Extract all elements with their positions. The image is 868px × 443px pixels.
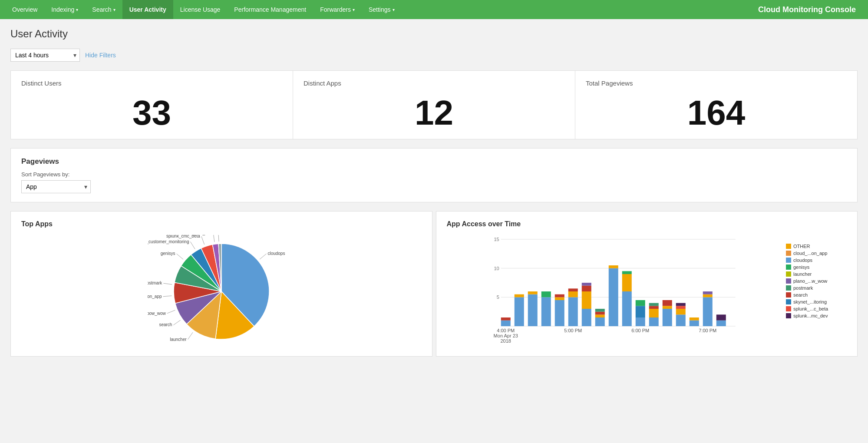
svg-text:15: 15 — [494, 237, 499, 242]
top-apps-title: Top Apps — [21, 220, 422, 228]
legend-item: skynet_...itoring — [786, 299, 847, 304]
svg-rect-75 — [716, 321, 726, 326]
svg-text:cloudops: cloudops — [267, 251, 285, 256]
time-filter-select[interactable]: Last 4 hours Last 24 hours Last 7 days L… — [10, 49, 80, 62]
svg-rect-56 — [635, 317, 645, 326]
svg-line-16 — [201, 236, 205, 245]
svg-rect-57 — [635, 306, 645, 317]
svg-rect-58 — [635, 300, 645, 306]
filter-bar: Last 4 hours Last 24 hours Last 7 days L… — [10, 49, 858, 62]
distinct-users-value: 33 — [21, 96, 282, 130]
svg-rect-63 — [662, 309, 672, 326]
svg-line-6 — [167, 310, 175, 313]
stat-card-distinct-apps: Distinct Apps 12 — [293, 71, 575, 139]
svg-rect-65 — [662, 300, 672, 306]
svg-rect-73 — [703, 294, 712, 298]
distinct-apps-label: Distinct Apps — [304, 79, 564, 87]
hide-filters-link[interactable]: Hide Filters — [85, 52, 116, 59]
svg-text:launcher: launcher — [170, 337, 187, 342]
svg-rect-41 — [568, 291, 578, 297]
stat-card-total-pageviews: Total Pageviews 164 — [575, 71, 857, 139]
svg-text:5:00 PM: 5:00 PM — [564, 328, 582, 333]
nav-item-settings[interactable]: Settings ▾ — [362, 0, 402, 19]
nav-item-search[interactable]: Search ▾ — [85, 0, 122, 19]
distinct-users-label: Distinct Users — [21, 79, 282, 87]
svg-text:5: 5 — [496, 294, 499, 300]
legend-item: splunk_...c_beta — [786, 306, 847, 311]
total-pageviews-label: Total Pageviews — [586, 79, 847, 87]
svg-rect-66 — [676, 314, 685, 326]
nav-item-license-usage[interactable]: License Usage — [173, 0, 228, 19]
svg-rect-47 — [595, 317, 604, 326]
svg-text:genisys: genisys — [160, 251, 175, 256]
svg-rect-42 — [568, 288, 578, 291]
pie-chart-svg: cloudopslaunchersearchplano_pow_wowcloud… — [148, 235, 295, 348]
brand-title: Cloud Monitoring Console — [751, 0, 863, 19]
svg-text:cloud_adoption_app: cloud_adoption_app — [148, 294, 162, 299]
svg-rect-70 — [689, 321, 699, 326]
main-nav: Overview Indexing ▾ Search ▾ User Activi… — [0, 0, 868, 19]
nav-item-performance[interactable]: Performance Management — [227, 0, 313, 19]
nav-item-forwarders[interactable]: Forwarders ▾ — [313, 0, 362, 19]
legend-item: postmark — [786, 285, 847, 291]
svg-rect-67 — [676, 309, 685, 314]
svg-text:postmark: postmark — [148, 281, 162, 285]
svg-rect-30 — [501, 317, 510, 321]
svg-line-0 — [260, 254, 266, 259]
legend-item: plano_...w_wow — [786, 278, 847, 284]
svg-text:splunk_cmc_dev: splunk_cmc_dev — [179, 235, 211, 235]
svg-rect-49 — [595, 312, 604, 315]
pie-area: cloudopslaunchersearchplano_pow_wowcloud… — [148, 235, 295, 348]
bar-chart-area: 510154:00 PMMon Apr 2320185:00 PM6:00 PM… — [447, 235, 847, 349]
svg-rect-46 — [581, 283, 591, 286]
page-title: User Activity — [10, 28, 858, 40]
nav-item-user-activity[interactable]: User Activity — [122, 0, 173, 19]
svg-line-2 — [188, 332, 192, 339]
svg-rect-35 — [541, 297, 551, 326]
svg-text:skynet_customer_monitoring: skynet_customer_monitoring — [148, 239, 189, 244]
svg-rect-64 — [662, 306, 672, 309]
svg-line-18 — [213, 235, 215, 242]
svg-rect-33 — [528, 294, 537, 326]
svg-line-4 — [173, 320, 180, 325]
distinct-apps-value: 12 — [304, 96, 564, 130]
svg-rect-44 — [581, 291, 591, 309]
legend-item: launcher — [786, 271, 847, 277]
app-access-title: App Access over Time — [447, 220, 847, 228]
pageviews-panel: Pageviews Sort Pageviews by: App User Ti… — [10, 148, 858, 202]
legend-item: OTHER — [786, 244, 847, 249]
svg-rect-50 — [595, 309, 604, 312]
svg-rect-74 — [703, 291, 712, 294]
svg-line-10 — [163, 283, 172, 284]
svg-rect-68 — [676, 306, 685, 309]
sort-select-wrap: App User Time — [21, 180, 91, 193]
total-pageviews-value: 164 — [586, 96, 847, 130]
svg-rect-40 — [568, 297, 578, 326]
svg-line-12 — [176, 254, 183, 259]
svg-text:Mon Apr 23: Mon Apr 23 — [493, 333, 518, 338]
svg-rect-54 — [622, 274, 631, 291]
svg-text:4:00 PM: 4:00 PM — [497, 328, 515, 333]
chevron-down-icon: ▾ — [76, 7, 78, 12]
svg-text:search: search — [159, 322, 172, 327]
svg-rect-51 — [608, 268, 618, 326]
svg-rect-39 — [554, 294, 564, 298]
svg-line-8 — [163, 296, 172, 297]
page-content: User Activity Last 4 hours Last 24 hours… — [0, 19, 868, 365]
nav-item-overview[interactable]: Overview — [5, 0, 44, 19]
nav-item-indexing[interactable]: Indexing ▾ — [44, 0, 85, 19]
svg-rect-62 — [649, 303, 658, 306]
svg-text:plano_pow_wow: plano_pow_wow — [148, 311, 166, 316]
legend-item: cloud_...on_app — [786, 251, 847, 256]
svg-line-20 — [218, 235, 219, 241]
legend-item: genisys — [786, 264, 847, 270]
sort-pageviews-label: Sort Pageviews by: — [21, 171, 847, 178]
svg-rect-52 — [608, 265, 618, 268]
chevron-down-icon: ▾ — [113, 7, 116, 12]
svg-rect-43 — [581, 309, 591, 326]
svg-rect-36 — [541, 291, 551, 297]
svg-rect-72 — [703, 297, 712, 326]
svg-rect-34 — [528, 291, 537, 294]
sort-select[interactable]: App User Time — [21, 180, 91, 193]
svg-rect-38 — [554, 297, 564, 300]
